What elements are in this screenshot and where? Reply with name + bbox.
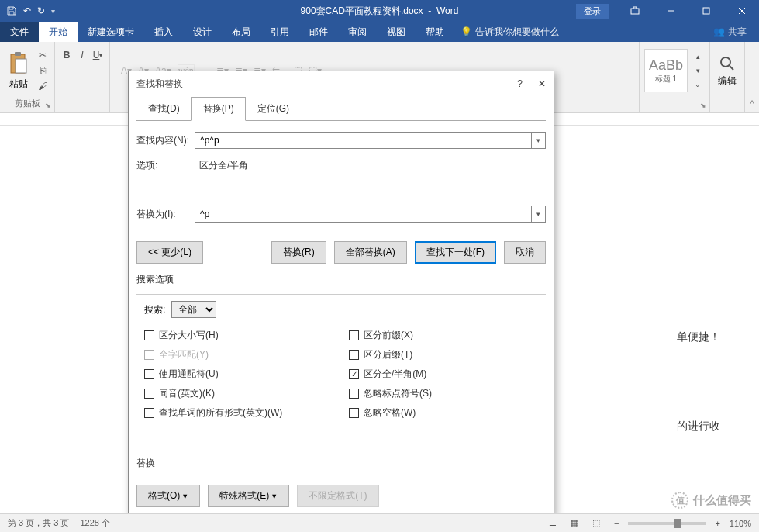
find-icon [718, 54, 737, 73]
tab-find[interactable]: 查找(D) [136, 97, 191, 121]
minimize-icon[interactable] [654, 0, 688, 22]
check-ignore-space[interactable]: 忽略空格(W) [349, 406, 546, 420]
less-button[interactable]: << 更少(L) [136, 241, 203, 264]
dropdown-icon[interactable]: ▾ [531, 206, 545, 222]
paste-icon [8, 51, 29, 76]
separator [136, 294, 546, 295]
print-layout-icon[interactable]: ▦ [566, 516, 583, 530]
copy-icon[interactable]: ⎘ [36, 64, 50, 78]
options-label: 选项: [136, 159, 195, 172]
check-prefix[interactable]: 区分前缀(X) [349, 329, 546, 342]
replace-input[interactable]: ▾ [195, 206, 546, 223]
ribbon-group-styles: AaBb 标题 1 ▴ ▾ ⌄ ⬊ [640, 42, 710, 112]
check-wildcards[interactable]: 使用通配符(U) [144, 368, 341, 381]
share-icon: 👥 [713, 26, 725, 37]
tab-help[interactable]: 帮助 [416, 22, 454, 42]
check-whole-word: 全字匹配(Y) [144, 348, 341, 361]
web-layout-icon[interactable]: ⬚ [588, 516, 605, 530]
help-icon[interactable]: ? [517, 78, 523, 89]
zoom-in-button[interactable]: + [710, 519, 724, 528]
replace-all-button[interactable]: 全部替换(A) [334, 241, 407, 264]
italic-button[interactable]: I [75, 48, 89, 62]
menubar: 文件 开始 新建选项卡 插入 设计 布局 引用 邮件 审阅 视图 帮助 💡 告诉… [0, 22, 759, 42]
bold-button[interactable]: B [60, 48, 74, 62]
cancel-button[interactable]: 取消 [504, 241, 546, 264]
underline-button[interactable]: U ▾ [91, 48, 105, 62]
search-direction-select[interactable]: 全部 [171, 301, 216, 318]
paste-button[interactable]: 粘贴 [5, 50, 33, 92]
tab-review[interactable]: 审阅 [338, 22, 377, 42]
svg-rect-7 [16, 59, 26, 73]
svg-point-8 [721, 57, 730, 67]
qat-more-icon[interactable]: ▾ [51, 7, 55, 16]
tab-insert[interactable]: 插入 [144, 22, 183, 42]
dialog-title: 查找和替换 [136, 78, 183, 91]
tab-file[interactable]: 文件 [0, 22, 39, 42]
replace-button[interactable]: 替换(R) [271, 241, 326, 264]
doc-text: 单便捷！ [677, 330, 720, 344]
check-ignore-punct[interactable]: 忽略标点符号(S) [349, 387, 546, 400]
launcher-icon[interactable]: ⬊ [700, 102, 706, 109]
launcher-icon[interactable]: ⬊ [45, 102, 51, 109]
zoom-out-button[interactable]: − [609, 519, 623, 528]
tab-home[interactable]: 开始 [39, 22, 78, 42]
word-count[interactable]: 1228 个 [80, 517, 110, 529]
tab-view[interactable]: 视图 [377, 22, 416, 42]
check-word-forms[interactable]: 查找单词的所有形式(英文)(W) [144, 406, 341, 420]
maximize-icon[interactable] [689, 0, 723, 22]
tab-replace[interactable]: 替换(P) [191, 97, 246, 121]
read-mode-icon[interactable]: ☰ [544, 516, 561, 530]
check-match-case[interactable]: 区分大小写(H) [144, 329, 341, 342]
find-button[interactable]: 编辑 [715, 53, 740, 89]
tab-newtab[interactable]: 新建选项卡 [78, 22, 144, 42]
check-full-half-width[interactable]: ✓区分全/半角(M) [349, 368, 546, 381]
ribbon-options-icon[interactable] [618, 0, 652, 22]
cut-icon[interactable]: ✂ [36, 48, 50, 62]
close-icon[interactable]: ✕ [538, 78, 546, 89]
window-title: 900套CAD平面教程资料.docx - Word [301, 5, 459, 18]
tab-design[interactable]: 设计 [183, 22, 222, 42]
find-label: 查找内容(N): [136, 134, 195, 147]
share-button[interactable]: 👥 共享 [713, 22, 759, 42]
find-replace-dialog: 查找和替换 ? ✕ 查找(D) 替换(P) 定位(G) 查找内容(N): ▾ 选… [128, 71, 554, 516]
save-icon[interactable] [6, 5, 17, 16]
dialog-tabs: 查找(D) 替换(P) 定位(G) [136, 96, 546, 121]
quick-access-toolbar: ↶ ↻ ▾ [0, 5, 55, 16]
ribbon-group-font: B I U ▾ [55, 42, 110, 112]
zoom-slider[interactable] [628, 522, 706, 525]
login-button[interactable]: 登录 [576, 4, 609, 19]
watermark: 值 什么值得买 [671, 492, 751, 509]
format-painter-icon[interactable]: 🖌 [36, 79, 50, 93]
undo-icon[interactable]: ↶ [23, 5, 31, 16]
tab-references[interactable]: 引用 [260, 22, 299, 42]
tell-me[interactable]: 💡 告诉我你想要做什么 [461, 22, 559, 42]
dropdown-icon[interactable]: ▾ [531, 133, 545, 148]
check-sounds-like[interactable]: 同音(英文)(K) [144, 387, 341, 400]
svg-rect-6 [15, 52, 21, 56]
svg-rect-2 [703, 8, 709, 14]
find-next-button[interactable]: 查找下一处(F) [415, 241, 496, 264]
dialog-titlebar[interactable]: 查找和替换 ? ✕ [129, 71, 554, 96]
close-icon[interactable] [725, 0, 759, 22]
find-input[interactable]: ▾ [195, 132, 546, 149]
separator [136, 478, 546, 478]
format-button[interactable]: 格式(O)▼ [136, 485, 200, 507]
tab-mailings[interactable]: 邮件 [299, 22, 338, 42]
replace-label: 替换为(I): [136, 208, 195, 221]
zoom-level[interactable]: 110% [730, 519, 751, 528]
style-down-icon[interactable]: ▾ [691, 64, 705, 78]
replace-section-label: 替换 [136, 457, 546, 470]
tab-layout[interactable]: 布局 [222, 22, 260, 42]
tab-goto[interactable]: 定位(G) [246, 97, 301, 121]
style-more-icon[interactable]: ⌄ [691, 78, 705, 92]
options-value: 区分全/半角 [195, 157, 253, 174]
style-item[interactable]: AaBb 标题 1 [644, 49, 688, 92]
check-suffix[interactable]: 区分后缀(T) [349, 348, 546, 361]
statusbar: 第 3 页，共 3 页 1228 个 ☰ ▦ ⬚ − + 110% [0, 513, 759, 532]
collapse-ribbon-icon[interactable]: ^ [745, 42, 759, 112]
style-up-icon[interactable]: ▴ [691, 50, 705, 64]
page-status[interactable]: 第 3 页，共 3 页 [8, 517, 69, 529]
special-format-button[interactable]: 特殊格式(E)▼ [208, 485, 289, 507]
svg-rect-0 [631, 9, 639, 14]
redo-icon[interactable]: ↻ [37, 5, 45, 16]
